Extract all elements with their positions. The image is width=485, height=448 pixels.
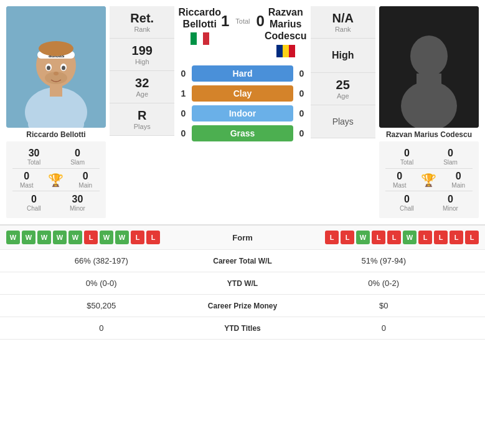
left-high-value: 199 bbox=[132, 44, 153, 58]
surface-section: 0 Hard 0 1 Clay 0 0 Indoor 0 0 Grass bbox=[178, 64, 306, 143]
stats-row-2: $50,205Career Prize Money$0 bbox=[0, 295, 485, 317]
right-chall: 0 bbox=[404, 194, 410, 205]
form-badge-left-L: L bbox=[146, 231, 160, 244]
right-player-photo bbox=[379, 6, 479, 128]
right-mast-label: Mast bbox=[393, 182, 407, 189]
stats-left-3: 0 bbox=[10, 323, 193, 333]
right-player-block: Razvan Marius Codescu 0 Total 0 Slam bbox=[379, 6, 479, 218]
left-main-label: Main bbox=[78, 182, 92, 189]
left-chall-label: Chall bbox=[27, 205, 41, 212]
form-badge-right-W: W bbox=[356, 231, 370, 244]
form-badge-right-L: L bbox=[465, 231, 479, 244]
left-main: 0 bbox=[83, 171, 88, 182]
right-name-center: Razvan MariusCodescu bbox=[265, 6, 307, 42]
left-age-value: 32 bbox=[135, 76, 149, 90]
hard-row: 0 Hard 0 bbox=[178, 64, 306, 83]
left-name-center: RiccardoBellotti bbox=[178, 6, 220, 30]
form-row: WWWWWLWWLL Form LLWLLWLLLL bbox=[0, 226, 485, 250]
left-chall: 0 bbox=[31, 194, 37, 205]
form-badge-left-W: W bbox=[37, 231, 51, 244]
stats-left-2: $50,205 bbox=[10, 301, 193, 310]
right-minor-label: Minor bbox=[443, 205, 458, 212]
left-player-photo: adidas bbox=[6, 6, 106, 128]
form-badge-left-W: W bbox=[115, 231, 129, 244]
stats-left-1: 0% (0-0) bbox=[10, 279, 193, 288]
left-total: 30 bbox=[29, 148, 40, 159]
svg-point-13 bbox=[54, 72, 59, 75]
left-plays-box: R Plays bbox=[110, 103, 174, 136]
right-high-value: High bbox=[332, 50, 354, 61]
right-high-box: High bbox=[311, 39, 375, 73]
right-age-value: 25 bbox=[336, 78, 350, 92]
svg-rect-14 bbox=[191, 32, 197, 45]
form-badge-left-L: L bbox=[84, 231, 98, 244]
form-badge-right-L: L bbox=[450, 231, 463, 244]
right-age-label: Age bbox=[337, 92, 349, 100]
left-age-label: Age bbox=[136, 90, 148, 98]
stats-row-3: 0YTD Titles0 bbox=[0, 317, 485, 340]
svg-point-21 bbox=[410, 36, 448, 77]
form-left: WWWWWLWWLL bbox=[6, 231, 205, 244]
form-right: LLWLLWLLLL bbox=[280, 231, 479, 244]
form-badge-right-L: L bbox=[387, 231, 401, 244]
grass-badge: Grass bbox=[192, 125, 293, 141]
center-column: RiccardoBellotti 1 Total bbox=[178, 6, 306, 143]
main-container: adidas bbox=[0, 0, 485, 340]
left-minor-label: Minor bbox=[70, 205, 85, 212]
indoor-left: 0 bbox=[178, 108, 188, 118]
form-label: Form bbox=[205, 233, 280, 242]
right-chall-label: Chall bbox=[400, 205, 414, 212]
right-total-label: Total bbox=[400, 159, 413, 166]
bottom-section: WWWWWLWWLL Form LLWLLWLLLL 66% (382-197)… bbox=[0, 224, 485, 340]
right-age-box: 25 Age bbox=[311, 73, 375, 105]
right-player-name: Razvan Marius Codescu bbox=[386, 130, 472, 139]
left-age-box: 32 Age bbox=[110, 71, 174, 103]
left-player-name: Riccardo Bellotti bbox=[26, 130, 85, 139]
stats-center-0: Career Total W/L bbox=[193, 257, 293, 265]
left-high-label: High bbox=[135, 58, 149, 65]
stats-center-1: YTD W/L bbox=[193, 279, 293, 288]
form-badge-right-L: L bbox=[418, 231, 432, 244]
clay-right: 0 bbox=[297, 88, 307, 98]
total-label: Total bbox=[235, 17, 250, 25]
romania-flag bbox=[276, 45, 295, 57]
form-badge-right-L: L bbox=[341, 231, 354, 244]
form-badge-left-W: W bbox=[68, 231, 82, 244]
svg-rect-7 bbox=[28, 98, 84, 128]
hard-left: 0 bbox=[178, 69, 188, 79]
form-badge-left-W: W bbox=[6, 231, 20, 244]
form-badge-left-W: W bbox=[100, 231, 113, 244]
stats-row-1: 0% (0-0)YTD W/L0% (0-2) bbox=[0, 272, 485, 295]
left-mid-column: Ret. Rank 199 High 32 Age R Plays bbox=[110, 6, 174, 136]
left-trophy-icon: 🏆 bbox=[48, 173, 64, 188]
left-mast: 0 bbox=[24, 171, 29, 182]
indoor-row: 0 Indoor 0 bbox=[178, 103, 306, 123]
score-left: 1 bbox=[221, 12, 229, 30]
right-rank-value: N/A bbox=[332, 11, 354, 26]
stats-right-1: 0% (0-2) bbox=[293, 279, 476, 288]
right-main-label: Main bbox=[451, 182, 465, 189]
left-slam: 0 bbox=[75, 148, 80, 159]
right-plays-box: Plays bbox=[311, 105, 375, 138]
svg-rect-18 bbox=[283, 45, 289, 57]
right-main: 0 bbox=[456, 171, 461, 182]
svg-point-5 bbox=[39, 41, 73, 56]
form-badge-left-L: L bbox=[131, 231, 144, 244]
left-rank-value: Ret. bbox=[130, 11, 154, 26]
stats-left-0: 66% (382-197) bbox=[10, 256, 193, 265]
svg-point-11 bbox=[62, 66, 65, 70]
svg-rect-17 bbox=[276, 45, 283, 57]
stats-center-3: YTD Titles bbox=[193, 324, 293, 333]
grass-right: 0 bbox=[297, 128, 307, 138]
grass-left: 0 bbox=[178, 128, 188, 138]
indoor-right: 0 bbox=[297, 108, 307, 118]
form-badge-left-W: W bbox=[53, 231, 67, 244]
left-high-box: 199 High bbox=[110, 39, 174, 71]
stats-right-3: 0 bbox=[293, 323, 476, 333]
top-section: adidas bbox=[0, 0, 485, 224]
right-slam: 0 bbox=[448, 148, 453, 159]
svg-rect-16 bbox=[203, 32, 209, 45]
svg-point-10 bbox=[47, 66, 50, 70]
form-badge-left-W: W bbox=[22, 231, 35, 244]
form-badge-right-L: L bbox=[372, 231, 385, 244]
